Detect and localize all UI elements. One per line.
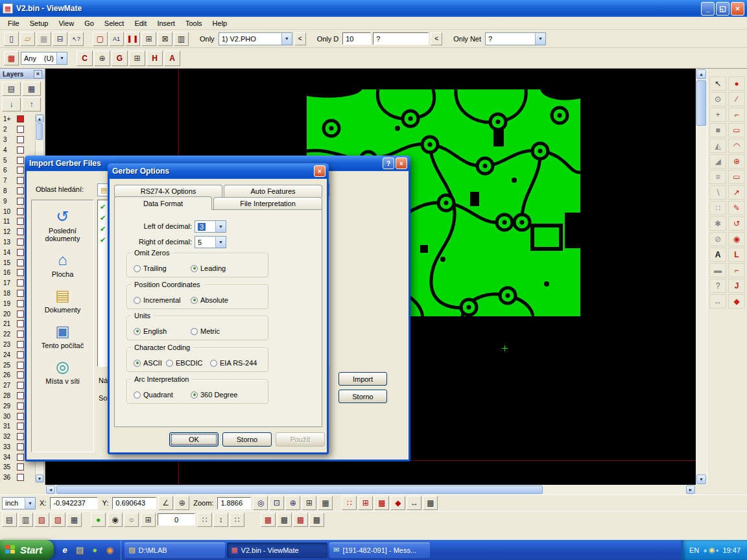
layer-color-swatch[interactable] (17, 249, 24, 256)
rect-tool-icon[interactable]: ▭ (728, 123, 745, 137)
dcode-query-input[interactable]: ? (373, 32, 429, 45)
menu-item[interactable]: Select (99, 18, 130, 29)
layer-color-swatch[interactable] (17, 218, 24, 225)
tab-data-format[interactable]: Data Format (114, 196, 212, 210)
scroll-right-icon[interactable]: ► (686, 485, 695, 494)
center-target-icon[interactable]: ⊕ (94, 51, 110, 66)
bend-tool-icon[interactable]: ⌐ (728, 263, 745, 277)
layer-row[interactable]: 3 (1, 135, 34, 145)
fill-pattern-icon-4[interactable]: ▩ (309, 513, 324, 527)
restore-button[interactable]: ◱ (716, 2, 729, 16)
aperture-grid-icon[interactable]: ⊞ (302, 496, 316, 510)
storno-button[interactable]: Storno (222, 432, 272, 447)
canvas-vertical-scrollbar[interactable]: ▲ ▼ (696, 69, 707, 485)
menu-item[interactable]: Setup (25, 18, 54, 29)
canvas-horizontal-scrollbar[interactable]: ◄ ► (45, 485, 696, 495)
query-tool-icon[interactable]: ? (709, 279, 726, 293)
layer-color-swatch[interactable] (17, 371, 24, 379)
layer-color-swatch[interactable] (17, 320, 24, 327)
spiral-tool-icon[interactable]: ◉ (728, 232, 745, 246)
measure-icon[interactable]: ∠ (158, 496, 173, 510)
radio-absolute[interactable]: Absolute (191, 296, 228, 304)
flash-pad-tool-icon[interactable]: ● (728, 76, 745, 91)
layer-color-swatch[interactable] (17, 187, 24, 194)
pencil-tool-icon[interactable]: ✎ (728, 201, 745, 215)
menu-item[interactable]: View (53, 18, 79, 29)
sketch-view-icon[interactable]: ▧ (34, 513, 49, 527)
import-button[interactable]: Import (338, 372, 387, 386)
scroll-up-icon[interactable]: ▲ (36, 115, 43, 122)
fill-pattern-icon-3[interactable]: ▩ (293, 513, 308, 527)
aperture-filter-select[interactable]: Any (U) ▼ (21, 52, 67, 65)
layer-color-swatch[interactable] (17, 341, 24, 348)
menu-item[interactable]: File (3, 18, 25, 29)
radio-ascii[interactable]: ASCII (134, 359, 162, 367)
close-button[interactable]: × (314, 165, 326, 177)
radio-incremental[interactable]: Incremental (134, 296, 180, 304)
layer-color-swatch[interactable] (17, 423, 24, 430)
tray-volume-icon[interactable]: ◉ (709, 546, 715, 554)
storno-button[interactable]: Storno (338, 390, 387, 403)
menu-item[interactable]: Help (208, 18, 233, 29)
layer-color-swatch[interactable] (17, 454, 24, 461)
print-icon[interactable]: ⊟ (53, 32, 67, 46)
layer-color-swatch[interactable] (17, 402, 24, 410)
layer-row[interactable]: 4 (1, 145, 34, 155)
radio-ebcdic[interactable]: EBCDIC (166, 359, 203, 367)
hook-tool-icon[interactable]: J (728, 279, 745, 293)
layer-color-swatch[interactable] (17, 392, 24, 399)
fill-mode-icon[interactable]: ▩ (374, 496, 389, 510)
move-layer-up-icon[interactable]: ↑ (22, 97, 41, 111)
layer-color-swatch[interactable] (17, 443, 24, 450)
tab-rs274x-options[interactable]: RS274-X Options (114, 185, 222, 197)
quick-folder-icon[interactable]: ▤ (73, 544, 86, 557)
quick-firefox-icon[interactable]: ◉ (103, 544, 116, 557)
layer-color-swatch[interactable] (17, 413, 24, 420)
radio-eia-rs244[interactable]: EIA RS-244 (210, 359, 257, 367)
task-message[interactable]: ✉ [191-482-091] - Mess... (329, 542, 430, 558)
scroll-down-icon[interactable]: ▼ (696, 474, 706, 484)
layer-color-swatch[interactable] (17, 136, 24, 143)
grid-table-icon[interactable]: ⊞ (141, 513, 156, 527)
left-decimal-select[interactable]: 3 ▼ (195, 220, 226, 233)
layer-color-swatch[interactable] (17, 157, 24, 164)
layer-color-swatch[interactable] (17, 382, 24, 389)
new-file-icon[interactable]: ▯ (4, 32, 19, 46)
text-tool-icon[interactable]: A (709, 248, 726, 262)
trace-tool-icon[interactable]: ↗ (728, 185, 745, 200)
close-button[interactable]: × (396, 158, 407, 169)
ruler-tool-icon[interactable]: ▬ (709, 263, 726, 277)
layer-color-swatch[interactable] (17, 269, 24, 276)
language-indicator[interactable]: EN (689, 546, 699, 554)
zoom-window-icon[interactable]: ⊡ (269, 496, 284, 510)
negative-view-icon[interactable]: ▨ (51, 513, 65, 527)
arc-tool-icon[interactable]: ◠ (728, 139, 745, 153)
zoom-point-icon[interactable]: ◎ (253, 496, 268, 510)
layer-color-swatch[interactable] (17, 300, 24, 307)
tab-file-interpretation[interactable]: File Interpretation (213, 197, 322, 209)
group-select-icon[interactable]: G (112, 51, 128, 66)
net-select[interactable]: ? ▼ (485, 32, 546, 45)
layer-color-swatch[interactable] (17, 362, 24, 369)
layer-color-swatch[interactable] (17, 208, 24, 215)
layer-color-swatch[interactable] (17, 126, 24, 133)
stack-tool-icon[interactable]: ≡ (709, 170, 726, 184)
highlight-net-icon[interactable]: H (147, 51, 163, 66)
close-icon[interactable]: × (34, 70, 42, 78)
target-tool-icon[interactable]: ⊕ (728, 154, 745, 169)
layer-color-swatch[interactable] (17, 290, 24, 297)
layer-color-swatch[interactable] (17, 463, 24, 471)
layer-select[interactable]: 1) V2.PHO ▼ (219, 32, 292, 45)
minimize-button[interactable]: _ (701, 2, 715, 16)
highlight-off-icon[interactable]: ○ (124, 513, 139, 527)
unit-select[interactable]: inch ▼ (2, 497, 36, 509)
place-documents[interactable]: ▤ Dokumenty (34, 287, 92, 314)
pan-tool-icon[interactable]: + (709, 108, 726, 122)
layer-row[interactable]: 1+ (1, 114, 34, 124)
scroll-thumb[interactable] (696, 80, 706, 126)
prev-layer-button[interactable]: < (294, 32, 306, 45)
corner-tool-icon[interactable]: ⌐ (728, 108, 745, 122)
layer-color-swatch[interactable] (17, 177, 24, 184)
overlay-view-icon[interactable]: ▦ (67, 513, 82, 527)
scroll-down-icon[interactable]: ▼ (36, 474, 43, 482)
